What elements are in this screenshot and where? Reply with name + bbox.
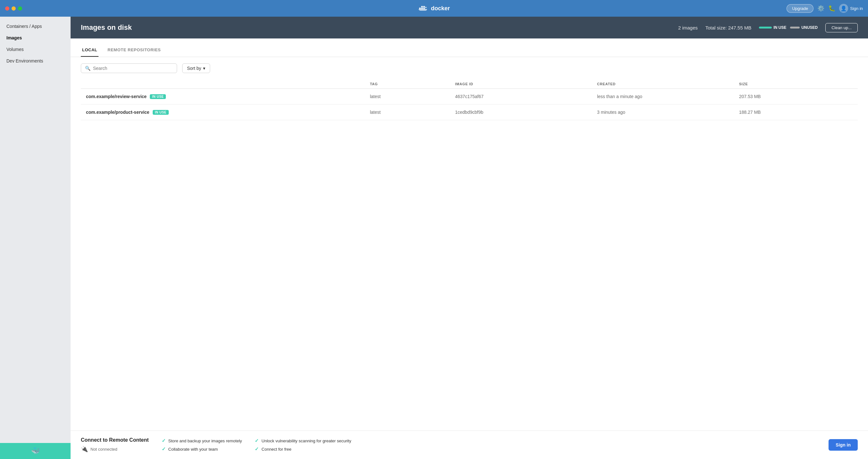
image-name-1: com.example/product-service IN USE: [86, 110, 370, 115]
promo-feature-0: ✓ Store and backup your images remotely: [162, 438, 242, 444]
image-tag-0: latest: [370, 94, 455, 99]
promo-bar: Connect to Remote Content 🔌 Not connecte…: [70, 430, 868, 459]
titlebar-right: Upgrade ⚙️ 🐛 👤 Sign in: [786, 4, 863, 13]
table-header: TAG IMAGE ID CREATED SIZE: [81, 79, 858, 89]
sort-by-button[interactable]: Sort by ▾: [182, 63, 210, 73]
traffic-lights: [5, 6, 22, 10]
sidebar: Containers / Apps Images Volumes Dev Env…: [0, 17, 70, 459]
tabs: LOCAL REMOTE REPOSITORIES: [70, 43, 868, 57]
sidebar-item-containers-apps[interactable]: Containers / Apps: [0, 21, 70, 32]
promo-title: Connect to Remote Content: [81, 437, 149, 443]
sort-by-label: Sort by: [187, 66, 201, 71]
col-image-id: IMAGE ID: [455, 82, 597, 86]
header-right: 2 images Total size: 247.55 MB IN USE UN…: [678, 23, 858, 32]
docker-bottom-icon: 🐳: [31, 447, 40, 455]
sidebar-item-images[interactable]: Images: [0, 32, 70, 43]
svg-rect-3: [421, 6, 423, 7]
promo-feature-2: ✓ Unlock vulnerability scanning for grea…: [255, 438, 351, 444]
image-id-0: 4637c175af67: [455, 94, 597, 99]
search-input[interactable]: [93, 66, 173, 71]
images-table: TAG IMAGE ID CREATED SIZE com.example/re…: [70, 79, 868, 120]
unused-bar: [790, 27, 800, 29]
image-created-0: less than a minute ago: [597, 94, 739, 99]
table-row[interactable]: com.example/product-service IN USE lates…: [81, 104, 858, 120]
promo-feature-1: ✓ Collaborate with your team: [162, 446, 242, 452]
sidebar-item-dev-environments[interactable]: Dev Environments: [0, 55, 70, 67]
image-size-0: 207.53 MB: [739, 94, 852, 99]
titlebar-center: docker: [418, 4, 450, 12]
image-name-0: com.example/review-service IN USE: [86, 94, 370, 99]
in-use-bar: [759, 27, 772, 29]
app-body: Containers / Apps Images Volumes Dev Env…: [0, 17, 868, 459]
titlebar: docker Upgrade ⚙️ 🐛 👤 Sign in: [0, 0, 868, 17]
in-use-label: IN USE: [773, 25, 786, 30]
not-connected-area: 🔌 Not connected: [81, 446, 149, 453]
not-connected-label: Not connected: [90, 447, 117, 452]
legend-unused: UNUSED: [790, 25, 818, 30]
tab-remote-repositories[interactable]: REMOTE REPOSITORIES: [106, 43, 162, 57]
unused-label: UNUSED: [801, 25, 818, 30]
check-icon: ✓: [162, 446, 166, 452]
in-use-badge-0: IN USE: [150, 94, 166, 99]
cleanup-button[interactable]: Clean up...: [825, 23, 858, 32]
signin-area[interactable]: 👤 Sign in: [839, 4, 863, 13]
promo-features-col1: ✓ Store and backup your images remotely …: [162, 438, 242, 452]
col-size: SIZE: [739, 82, 852, 86]
image-size-1: 188.27 MB: [739, 110, 852, 115]
table-row[interactable]: com.example/review-service IN USE latest…: [81, 89, 858, 104]
sidebar-item-volumes[interactable]: Volumes: [0, 43, 70, 55]
tab-local[interactable]: LOCAL: [81, 43, 98, 57]
svg-rect-2: [423, 8, 425, 9]
signin-button[interactable]: Sign in: [829, 439, 858, 451]
legend-in-use: IN USE: [759, 25, 786, 30]
settings-icon[interactable]: ⚙️: [817, 5, 825, 12]
col-tag: TAG: [370, 82, 455, 86]
image-count: 2 images: [678, 25, 698, 30]
bug-icon[interactable]: 🐛: [828, 5, 835, 12]
page-title: Images on disk: [81, 23, 132, 32]
main-content: Images on disk 2 images Total size: 247.…: [70, 17, 868, 459]
legend: IN USE UNUSED: [759, 25, 818, 30]
total-size: Total size: 247.55 MB: [705, 25, 751, 30]
promo-left: Connect to Remote Content 🔌 Not connecte…: [81, 437, 149, 453]
check-icon: ✓: [255, 446, 259, 452]
in-use-badge-1: IN USE: [153, 110, 169, 115]
svg-rect-1: [421, 8, 423, 9]
close-button[interactable]: [5, 6, 9, 10]
image-tag-1: latest: [370, 110, 455, 115]
minimize-button[interactable]: [11, 6, 16, 10]
promo-feature-3: ✓ Connect for free: [255, 446, 351, 452]
svg-rect-4: [423, 6, 425, 7]
signin-label: Sign in: [850, 6, 863, 11]
image-created-1: 3 minutes ago: [597, 110, 739, 115]
docker-logo-icon: [418, 4, 428, 12]
sidebar-bottom: 🐳: [0, 443, 70, 459]
search-icon: 🔍: [85, 66, 90, 71]
col-created: CREATED: [597, 82, 739, 86]
check-icon: ✓: [255, 438, 259, 444]
content-area: LOCAL REMOTE REPOSITORIES 🔍 Sort by ▾ TA: [70, 38, 868, 459]
maximize-button[interactable]: [18, 6, 22, 10]
avatar: 👤: [839, 4, 848, 13]
not-connected-icon: 🔌: [81, 446, 88, 453]
header-bar: Images on disk 2 images Total size: 247.…: [70, 17, 868, 38]
toolbar: 🔍 Sort by ▾: [70, 57, 868, 79]
promo-features-col2: ✓ Unlock vulnerability scanning for grea…: [255, 438, 351, 452]
titlebar-left: [5, 6, 25, 10]
chevron-down-icon: ▾: [203, 66, 205, 71]
image-id-1: 1cedbd9cbf9b: [455, 110, 597, 115]
search-box: 🔍: [81, 63, 177, 73]
svg-rect-0: [419, 8, 421, 9]
col-name: [86, 82, 370, 86]
upgrade-button[interactable]: Upgrade: [786, 4, 813, 13]
check-icon: ✓: [162, 438, 166, 444]
app-title: docker: [431, 5, 450, 12]
